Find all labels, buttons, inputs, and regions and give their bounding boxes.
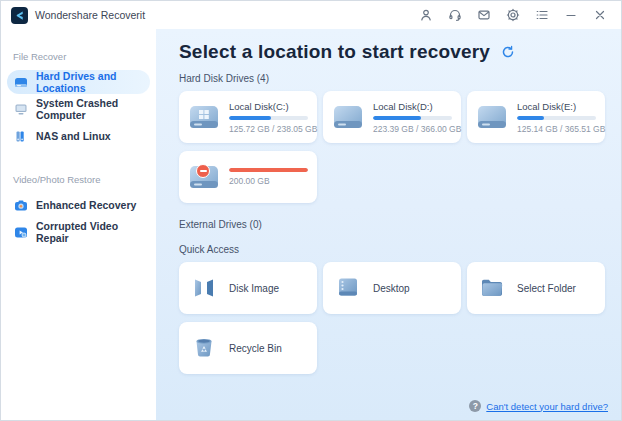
drive-usage-bar [229,168,308,172]
feedback-mail-icon[interactable] [473,5,495,25]
drive-usage-text: 125.72 GB / 238.05 GB [229,124,308,134]
nas-server-icon [14,129,28,143]
hard-drive-icon [14,75,28,89]
folder-icon [477,273,507,303]
sidebar-item-label: Enhanced Recovery [36,199,136,211]
quick-access-grid: Disk Image Desktop Select Folder [179,262,613,374]
menu-list-icon[interactable] [531,5,553,25]
settings-icon[interactable] [502,5,524,25]
cant-detect-hard-drive-link[interactable]: Can't detect your hard drive? [486,401,608,412]
quick-access-recycle-bin[interactable]: Recycle Bin [179,322,317,374]
desktop-icon [333,273,363,303]
camera-icon [14,198,28,212]
minimize-icon[interactable] [560,5,582,25]
hard-drive-help: ? Can't detect your hard drive? [469,400,608,412]
drive-name: Local Disk(C:) [229,101,308,112]
hard-drive-icon [476,103,508,131]
support-headset-icon[interactable] [444,5,466,25]
sidebar-item-hard-drives-and-locations[interactable]: Hard Drives and Locations [7,70,150,94]
refresh-icon[interactable] [500,44,516,60]
drive-name: Local Disk(D:) [373,101,452,112]
drive-card-local-disk-e[interactable]: Local Disk(E:) 125.14 GB / 365.51 GB [467,91,605,143]
recoverit-logo-icon [11,7,28,24]
drive-card-local-disk-c[interactable]: Local Disk(C:) 125.72 GB / 238.05 GB [179,91,317,143]
account-icon[interactable] [415,5,437,25]
sidebar-item-corrupted-video-repair[interactable]: Corrupted Video Repair [7,220,150,244]
quick-access-label: Disk Image [229,283,279,294]
hard-drive-icon [332,103,364,131]
sidebar-item-label: Hard Drives and Locations [36,70,143,94]
sidebar-item-nas-and-linux[interactable]: NAS and Linux [7,124,150,148]
drive-usage-text: 200.00 GB [229,176,308,186]
close-icon[interactable] [589,5,611,25]
quick-access-disk-image[interactable]: Disk Image [179,262,317,314]
section-label-quick-access: Quick Access [179,244,621,255]
sidebar-section-video-photo-restore: Video/Photo Restore [1,174,156,185]
drive-usage-bar [517,116,596,120]
quick-access-select-folder[interactable]: Select Folder [467,262,605,314]
title-bar: Wondershare Recoverit [1,1,621,29]
main-content: Select a location to start recovery Hard… [156,29,621,420]
sidebar-item-system-crashed-computer[interactable]: System Crashed Computer [7,97,150,121]
question-icon: ? [469,400,481,412]
disk-image-icon [189,273,219,303]
drive-name: Local Disk(E:) [517,101,596,112]
drive-usage-bar [229,116,308,120]
drive-usage-bar [373,116,452,120]
drive-usage-text: 125.14 GB / 365.51 GB [517,124,596,134]
video-repair-icon [14,225,28,239]
drive-usage-text: 223.39 GB / 366.00 GB [373,124,452,134]
sidebar-section-file-recover: File Recover [1,51,156,62]
sidebar-item-label: System Crashed Computer [36,97,143,121]
app-title: Wondershare Recoverit [35,9,145,21]
section-label-external-drives: External Drives (0) [179,219,621,230]
quick-access-desktop[interactable]: Desktop [323,262,461,314]
section-label-hard-disk-drives: Hard Disk Drives (4) [179,73,621,84]
drive-card-local-disk-d[interactable]: Local Disk(D:) 223.39 GB / 366.00 GB [323,91,461,143]
drive-card-unnamed-200gb[interactable]: 200.00 GB [179,151,317,203]
app-window: Wondershare Recoverit [0,0,622,421]
quick-access-label: Select Folder [517,283,576,294]
hard-drive-icon [188,163,220,191]
quick-access-label: Recycle Bin [229,343,282,354]
hard-drive-icon [188,103,220,131]
sidebar-item-label: Corrupted Video Repair [36,220,143,244]
page-title: Select a location to start recovery [179,41,490,63]
crashed-computer-icon [14,102,28,116]
sidebar: File Recover Hard Drives and Locations S… [1,29,156,420]
recycle-bin-icon [189,333,219,363]
sidebar-item-label: NAS and Linux [36,130,111,142]
sidebar-item-enhanced-recovery[interactable]: Enhanced Recovery [7,193,150,217]
hard-disk-drive-grid: Local Disk(C:) 125.72 GB / 238.05 GB Loc… [179,91,613,203]
blocked-badge-icon [196,164,210,178]
quick-access-label: Desktop [373,283,410,294]
titlebar-actions [415,5,611,25]
